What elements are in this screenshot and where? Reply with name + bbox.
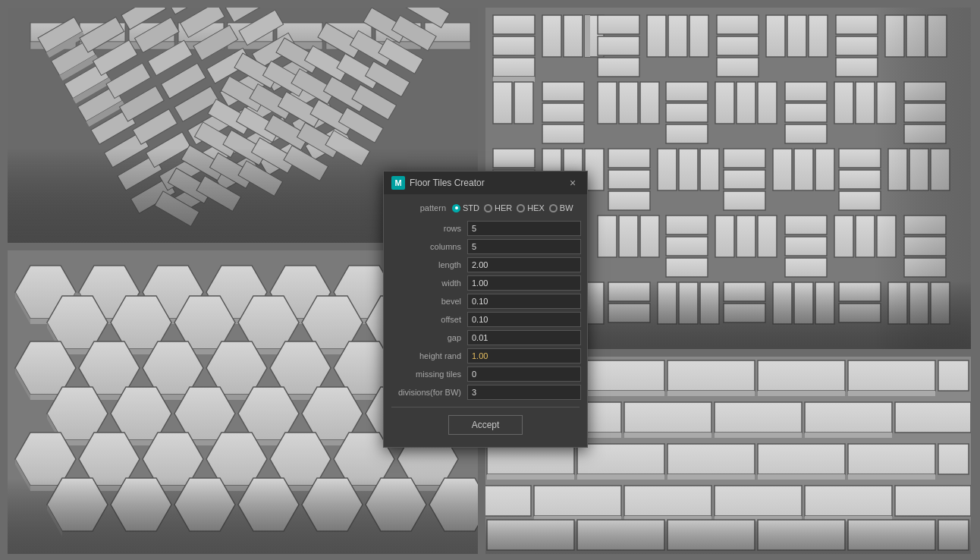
svg-rect-349 — [487, 520, 574, 550]
app-logo: M — [391, 176, 405, 190]
svg-rect-116 — [717, 58, 759, 77]
field-input-height-rand[interactable] — [467, 348, 581, 363]
radio-bw[interactable] — [549, 204, 558, 212]
svg-rect-166 — [815, 149, 834, 190]
field-input-gap[interactable] — [467, 330, 581, 345]
svg-marker-322 — [624, 433, 711, 438]
svg-rect-187 — [785, 216, 827, 234]
field-input-divisionsfor-BW[interactable] — [467, 385, 581, 400]
svg-rect-344 — [715, 486, 802, 516]
svg-rect-193 — [904, 216, 946, 234]
pattern-option-bw[interactable]: BW — [549, 203, 573, 212]
svg-rect-136 — [666, 124, 708, 143]
svg-rect-143 — [834, 82, 853, 124]
svg-marker-326 — [805, 433, 892, 438]
svg-rect-157 — [608, 191, 650, 210]
field-label-0: rows — [391, 224, 467, 233]
field-input-bevel[interactable] — [467, 294, 581, 309]
field-input-rows[interactable] — [467, 221, 581, 236]
svg-rect-159 — [679, 149, 698, 190]
floor-tiles-creator-dialog: M Floor Tiles Creator × pattern STD HER … — [383, 171, 588, 448]
pattern-radio-group: STD HER HEX BW — [452, 203, 573, 212]
svg-rect-190 — [834, 216, 853, 257]
svg-marker-331 — [577, 474, 664, 480]
dialog-title: Floor Tiles Creator — [410, 178, 485, 188]
field-row-width: width — [391, 275, 580, 291]
svg-rect-178 — [598, 216, 617, 257]
radio-std-label: STD — [463, 203, 479, 212]
field-row-rows: rows — [391, 220, 580, 237]
svg-marker-103 — [493, 77, 535, 82]
field-row-columns: columns — [391, 238, 580, 255]
svg-rect-128 — [542, 124, 584, 143]
svg-rect-148 — [904, 124, 946, 143]
accept-button[interactable]: Accept — [448, 415, 523, 435]
svg-rect-209 — [773, 282, 792, 324]
svg-rect-121 — [836, 36, 878, 55]
svg-rect-114 — [717, 15, 759, 34]
svg-rect-111 — [647, 15, 666, 57]
svg-rect-102 — [493, 58, 535, 77]
svg-rect-104 — [542, 15, 561, 57]
radio-her[interactable] — [484, 204, 492, 212]
divider — [391, 407, 580, 407]
svg-rect-123 — [885, 15, 904, 57]
radio-bw-label: BW — [560, 203, 573, 212]
field-input-offset[interactable] — [467, 312, 581, 327]
svg-rect-140 — [785, 82, 827, 101]
pattern-option-hex[interactable]: HEX — [517, 203, 545, 212]
svg-rect-214 — [888, 282, 907, 324]
svg-rect-185 — [737, 216, 755, 257]
svg-rect-309 — [577, 360, 664, 391]
svg-rect-321 — [624, 402, 711, 433]
svg-rect-336 — [848, 444, 935, 474]
svg-rect-145 — [877, 82, 896, 124]
svg-rect-194 — [904, 237, 946, 256]
svg-rect-135 — [666, 103, 708, 122]
svg-rect-149 — [493, 149, 535, 168]
svg-rect-124 — [906, 15, 925, 57]
field-input-missing-tiles[interactable] — [467, 367, 581, 382]
svg-rect-179 — [619, 216, 638, 257]
svg-rect-184 — [715, 216, 734, 257]
svg-rect-330 — [577, 444, 664, 474]
svg-rect-131 — [598, 82, 617, 124]
field-input-length[interactable] — [467, 257, 581, 272]
radio-hex[interactable] — [517, 204, 525, 212]
svg-rect-146 — [904, 82, 946, 101]
svg-rect-352 — [758, 520, 845, 550]
svg-rect-334 — [758, 444, 845, 474]
field-row-missing-tiles: missing tiles — [391, 366, 580, 382]
svg-rect-311 — [667, 360, 755, 391]
field-input-columns[interactable] — [467, 239, 581, 254]
svg-rect-205 — [679, 282, 698, 324]
svg-marker-107 — [585, 15, 590, 57]
dialog-titlebar[interactable]: M Floor Tiles Creator × — [384, 171, 587, 194]
svg-rect-158 — [658, 149, 677, 190]
svg-rect-105 — [564, 15, 583, 57]
dialog-close-button[interactable]: × — [566, 176, 580, 190]
svg-rect-353 — [848, 520, 935, 550]
svg-rect-125 — [928, 15, 947, 57]
svg-rect-164 — [773, 149, 792, 190]
svg-rect-144 — [856, 82, 875, 124]
svg-marker-314 — [758, 391, 845, 396]
svg-rect-186 — [758, 216, 777, 257]
svg-rect-180 — [640, 216, 659, 257]
pattern-option-std[interactable]: STD — [452, 203, 479, 212]
dialog-body: pattern STD HER HEX BW — [384, 194, 587, 447]
field-label-4: bevel — [391, 297, 467, 306]
svg-rect-110 — [598, 58, 639, 77]
svg-rect-163 — [724, 191, 765, 210]
svg-rect-210 — [794, 282, 813, 324]
svg-rect-211 — [815, 282, 834, 324]
svg-rect-169 — [839, 191, 881, 210]
field-row-offset: offset — [391, 311, 580, 328]
field-label-8: missing tiles — [391, 370, 467, 379]
pattern-option-her[interactable]: HER — [484, 203, 512, 212]
svg-rect-130 — [514, 82, 533, 124]
radio-std[interactable] — [452, 204, 460, 212]
field-input-width[interactable] — [467, 275, 581, 291]
field-row-length: length — [391, 256, 580, 273]
pattern-row: pattern STD HER HEX BW — [391, 203, 580, 212]
